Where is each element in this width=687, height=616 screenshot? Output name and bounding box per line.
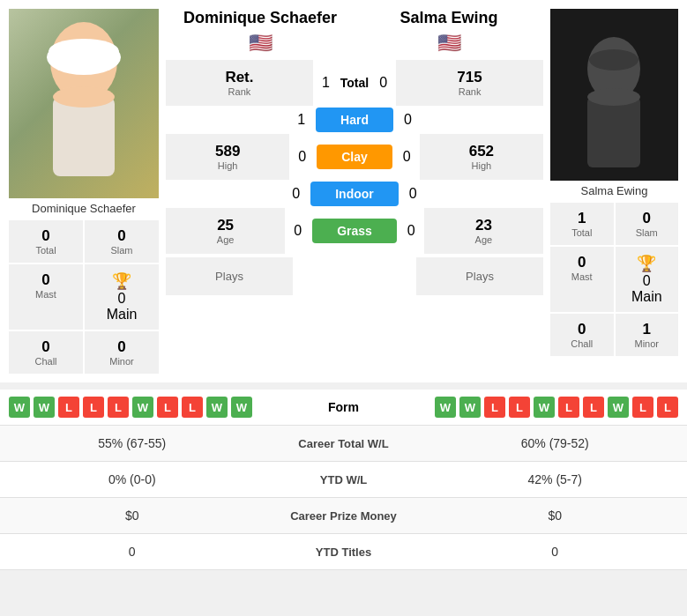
- player2-rank-val: 715: [400, 69, 539, 86]
- stat-row-3: 0YTD Titles0: [0, 534, 687, 570]
- player1-name-heading: Dominique Schaefer: [166, 9, 355, 28]
- player1-form-badge-0: W: [9, 397, 30, 418]
- stat-p2-1: 42% (5-7): [441, 472, 670, 486]
- player2-mast: 0: [555, 254, 609, 271]
- svg-point-9: [587, 88, 640, 106]
- player1-chall-label: Chall: [13, 356, 78, 367]
- match-total-p1: 1: [322, 75, 330, 91]
- player2-chall-label: Chall: [555, 338, 609, 349]
- match-total-p2: 0: [379, 75, 387, 91]
- stat-p1-0: 55% (67-55): [18, 436, 247, 450]
- stat-p2-2: $0: [441, 508, 670, 523]
- player1-minor: 0: [89, 338, 154, 356]
- main-container: Dominique Schaefer 0 Total 0 Slam 0 Mast…: [0, 0, 687, 570]
- svg-point-4: [53, 86, 115, 108]
- player1-chall: 0: [13, 338, 78, 356]
- stat-label-0: Career Total W/L: [247, 437, 441, 450]
- hard-button: Hard: [316, 108, 393, 132]
- player1-chall-cell: 0 Chall: [9, 331, 83, 374]
- player1-form-badge-1: W: [34, 397, 55, 418]
- player1-main-label: Main: [107, 307, 138, 323]
- high-row: 589 High 0 Clay 0 652 High: [166, 134, 543, 180]
- indoor-row: 0 Indoor 0: [166, 182, 543, 206]
- player2-high-box: 652 High: [420, 134, 543, 180]
- player2-form-badge-0: W: [435, 397, 456, 418]
- player2-mast-cell: 0 Mast: [550, 247, 614, 312]
- hard-p1: 1: [297, 112, 305, 128]
- player1-form-badge-4: L: [108, 397, 129, 418]
- stat-row-1: 0% (0-0)YTD W/L42% (5-7): [0, 462, 687, 498]
- hard-values: 1 Hard 0: [297, 108, 412, 132]
- player1-plays-lbl: Plays: [170, 270, 288, 283]
- player1-form-badge-6: L: [157, 397, 178, 418]
- player1-name-bottom: Dominique Schaefer: [32, 198, 136, 215]
- stat-p1-2: $0: [18, 508, 247, 523]
- player2-total-label: Total: [555, 227, 609, 238]
- player1-slam-cell: 0 Slam: [85, 220, 159, 263]
- stat-p2-3: 0: [441, 545, 670, 559]
- svg-point-7: [589, 49, 638, 71]
- hard-row: 1 Hard 0: [166, 108, 543, 132]
- player1-total: 0: [13, 227, 78, 245]
- player2-plays-lbl: Plays: [421, 270, 539, 283]
- player1-form-badge-2: L: [58, 397, 79, 418]
- player1-minor-cell: 0 Minor: [85, 331, 159, 374]
- player2-trophy-icon: 🏆: [637, 254, 656, 273]
- player1-mast: 0: [13, 271, 78, 289]
- player1-flag: 🇺🇸: [166, 32, 355, 55]
- hard-p2: 0: [404, 112, 412, 128]
- stat-p1-3: 0: [18, 545, 247, 559]
- player1-mast-label: Mast: [13, 289, 78, 300]
- player2-rank-box: 715 Rank: [396, 60, 543, 106]
- player2-minor-cell: 1 Minor: [616, 314, 679, 356]
- player1-plays-box: Plays: [166, 257, 293, 295]
- grass-values: 0 Grass 0: [294, 219, 415, 243]
- form-label: Form: [287, 400, 401, 414]
- plays-row: Plays Plays: [166, 257, 543, 295]
- player2-form-badge-7: W: [608, 397, 629, 418]
- clay-p1: 0: [298, 149, 306, 165]
- player2-form-badge-2: L: [484, 397, 505, 418]
- player2-total: 1: [555, 210, 609, 227]
- total-values-row: 1 Total 0: [322, 75, 387, 91]
- player2-form: WWLLWLLWLL: [401, 397, 679, 418]
- player1-rank-lbl: Rank: [170, 86, 309, 97]
- player2-main: 0: [643, 273, 651, 289]
- player2-form-badge-8: L: [632, 397, 653, 418]
- player1-slam-label: Slam: [89, 245, 154, 256]
- indoor-values: 0 Indoor 0: [292, 182, 416, 206]
- player2-age-val: 23: [429, 217, 539, 234]
- player2-high-lbl: High: [424, 160, 539, 171]
- svg-rect-8: [587, 97, 640, 167]
- player1-name-top: Dominique Schaefer 🇺🇸: [166, 9, 355, 55]
- player1-form-badge-7: L: [182, 397, 203, 418]
- player1-form: WWLLLWLLWW: [9, 397, 287, 418]
- player2-flag: 🇺🇸: [355, 32, 543, 55]
- player2-name-heading: Salma Ewing: [355, 9, 543, 28]
- player1-total-cell: 0 Total: [9, 220, 83, 263]
- age-grass-row: 25 Age 0 Grass 0 23 Age: [166, 208, 543, 254]
- stat-p2-0: 60% (79-52): [441, 436, 670, 450]
- player2-form-badge-1: W: [459, 397, 481, 418]
- player1-high-lbl: High: [170, 160, 285, 171]
- player1-rank-high-age: Ret. Rank: [166, 60, 313, 106]
- player2-slam: 0: [620, 210, 675, 227]
- player2-form-badge-6: L: [583, 397, 604, 418]
- player1-rank-val: Ret.: [170, 69, 309, 86]
- player2-photo: [550, 9, 678, 181]
- names-row: Dominique Schaefer 🇺🇸 Salma Ewing 🇺🇸: [166, 9, 543, 60]
- player1-age-lbl: Age: [170, 234, 280, 245]
- player2-age-lbl: Age: [429, 234, 539, 245]
- player1-high-box: 589 High: [166, 134, 289, 180]
- top-section: Dominique Schaefer 0 Total 0 Slam 0 Mast…: [0, 0, 687, 382]
- player1-minor-label: Minor: [89, 356, 154, 367]
- stat-p1-1: 0% (0-0): [18, 472, 247, 486]
- stat-label-2: Career Prize Money: [247, 509, 441, 523]
- match-total-label: Total: [340, 76, 369, 90]
- grass-button: Grass: [312, 219, 397, 243]
- svg-point-2: [49, 39, 119, 63]
- player2-main-label: Main: [631, 289, 662, 305]
- grass-p1: 0: [294, 223, 302, 239]
- player2-rank-lbl: Rank: [400, 86, 539, 97]
- player1-form-badge-3: L: [83, 397, 104, 418]
